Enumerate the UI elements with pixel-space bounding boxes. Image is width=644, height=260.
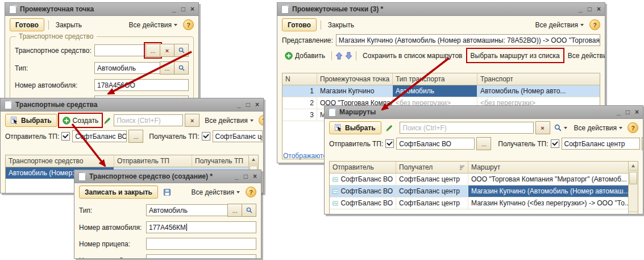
- maximize-button[interactable]: □: [588, 6, 592, 13]
- receiver-filter-checkbox[interactable]: [202, 132, 210, 141]
- cell-receiver[interactable]: СофтБаланс центр: [396, 185, 468, 197]
- help-button[interactable]: ?: [183, 19, 194, 30]
- titlebar[interactable]: Транспортные средства _ □ ×: [1, 98, 263, 112]
- maximize-button[interactable]: □: [626, 109, 630, 115]
- cell-receiver[interactable]: СофтБаланс центр: [396, 197, 468, 209]
- representation-field[interactable]: Магазин Купчино (Автомобиль (Номер автом…: [336, 34, 600, 46]
- scroll-down-button[interactable]: [629, 212, 638, 214]
- add-button[interactable]: Добавить: [282, 49, 328, 61]
- minimize-button[interactable]: _: [237, 101, 241, 108]
- scroll-up-button[interactable]: [629, 162, 638, 171]
- cell-transport[interactable]: Автомобиль (Номер авто...: [477, 85, 600, 97]
- type-open-button[interactable]: [242, 204, 256, 217]
- trailer-number-field[interactable]: [146, 238, 256, 250]
- scroll-up-button[interactable]: [249, 155, 258, 164]
- sender-filter-checkbox[interactable]: [385, 139, 394, 148]
- select-route-from-list-button[interactable]: Выбрать маршрут из списка: [468, 49, 563, 61]
- cell-sender[interactable]: СофтБаланс ВО: [330, 174, 396, 185]
- header-cell[interactable]: N: [282, 73, 317, 85]
- minimize-button[interactable]: _: [235, 173, 239, 180]
- close-form-button[interactable]: Закрыть: [53, 19, 85, 31]
- header-cell[interactable]: Получател: [396, 162, 468, 173]
- table-row[interactable]: СофтБаланс ВО СофтБаланс центр Магазин К…: [330, 185, 628, 197]
- close-button[interactable]: ×: [255, 101, 259, 108]
- titlebar[interactable]: Транспортное средство (создание) * _ □ ×: [74, 170, 261, 183]
- container-number-field[interactable]: [146, 254, 256, 258]
- titlebar[interactable]: Маршруты _ □ ×: [325, 106, 643, 119]
- minimize-button[interactable]: _: [579, 6, 583, 13]
- help-button[interactable]: ?: [628, 122, 638, 133]
- cell-n[interactable]: 2: [282, 97, 317, 109]
- save-button[interactable]: [161, 186, 173, 198]
- header-cell[interactable]: Получатель ТП: [192, 155, 248, 167]
- vertical-scrollbar[interactable]: [628, 162, 638, 214]
- cell-point[interactable]: Магазин Купчино: [317, 85, 393, 97]
- receiver-filter-field[interactable]: СофтБаланс центр: [562, 138, 640, 150]
- vehicle-field[interactable]: [94, 44, 146, 56]
- maximize-button[interactable]: □: [244, 173, 248, 180]
- move-down-button[interactable]: [345, 49, 352, 61]
- header-cell[interactable]: Отправитель ТП: [114, 155, 192, 167]
- sender-filter-select-button[interactable]: ...: [128, 130, 143, 143]
- header-cell[interactable]: Транспорт: [477, 73, 600, 85]
- cell-route[interactable]: ООО "Торговая Компания "Мираторг" (Автом…: [468, 174, 628, 185]
- table-row[interactable]: 1 Магазин Купчино Автомобиль Автомобиль …: [282, 85, 600, 97]
- search-input[interactable]: [400, 122, 533, 134]
- type-field[interactable]: Автомобиль: [94, 62, 160, 74]
- type-select-button[interactable]: ...: [160, 61, 174, 75]
- header-cell[interactable]: Маршрут: [468, 162, 628, 173]
- vehicle-clear-button[interactable]: ×: [160, 44, 174, 57]
- cell-route[interactable]: Магазин Купчино (Автомобиль (Номер автом…: [468, 185, 628, 197]
- edit-button[interactable]: [384, 122, 396, 134]
- edit-button[interactable]: [103, 114, 111, 126]
- displayed-rows-link[interactable]: Отображаютс: [283, 152, 326, 160]
- cell-sender[interactable]: СофтБаланс ВО: [330, 197, 396, 209]
- sender-filter-select-button[interactable]: ...: [476, 137, 491, 150]
- select-button[interactable]: Выбрать: [5, 114, 57, 127]
- cell-transport-type[interactable]: Автомобиль: [393, 85, 477, 97]
- save-close-button[interactable]: Записать и закрыть: [79, 185, 158, 199]
- help-button[interactable]: ?: [246, 187, 256, 197]
- move-up-button[interactable]: [335, 49, 343, 61]
- table-row[interactable]: СофтБаланс ВО СофтБаланс центр ООО "Торг…: [330, 174, 628, 185]
- help-button[interactable]: ?: [589, 19, 600, 30]
- vehicle-open-button[interactable]: [174, 44, 189, 57]
- search-options-button[interactable]: [552, 122, 569, 134]
- all-actions-button[interactable]: Все действия: [533, 19, 587, 31]
- maximize-button[interactable]: □: [246, 101, 250, 108]
- receiver-filter-checkbox[interactable]: [551, 139, 559, 148]
- close-form-button[interactable]: Закрыть: [325, 19, 357, 31]
- car-number-field[interactable]: 177А456КМ: [146, 221, 256, 233]
- search-clear-button[interactable]: ×: [185, 114, 200, 127]
- select-button[interactable]: Выбрать: [329, 121, 381, 134]
- header-cell[interactable]: Отправитель: [330, 162, 396, 173]
- search-input[interactable]: [114, 114, 183, 126]
- minimize-button[interactable]: _: [617, 109, 621, 115]
- sender-filter-field[interactable]: СофтБаланс ВО: [72, 130, 127, 142]
- header-cell[interactable]: Тип транспорта: [393, 73, 477, 85]
- cell-sender[interactable]: СофтБаланс ВО: [330, 185, 396, 197]
- scrollbar-thumb[interactable]: [629, 172, 637, 184]
- all-actions-button[interactable]: Все действия: [189, 186, 243, 198]
- sender-filter-field[interactable]: СофтБаланс ВО: [396, 138, 475, 150]
- done-button[interactable]: Готово: [282, 18, 317, 31]
- all-actions-button[interactable]: Все действия: [202, 114, 256, 126]
- close-button[interactable]: ×: [597, 6, 601, 13]
- header-cell[interactable]: Промежуточная точка: [317, 73, 393, 85]
- close-button[interactable]: ×: [190, 6, 194, 13]
- maximize-button[interactable]: □: [181, 6, 185, 13]
- titlebar[interactable]: Промежуточная точка _ □ ×: [5, 3, 198, 16]
- table-row[interactable]: СофтБаланс ВО СофтБаланс центр Магазин К…: [330, 197, 628, 209]
- all-actions-button[interactable]: Все действия: [126, 19, 180, 31]
- vehicle-select-button[interactable]: ...: [146, 44, 160, 57]
- cell-route[interactable]: Магазин Купчино (<без перегрузки>) -> ОО…: [468, 197, 628, 209]
- titlebar[interactable]: Промежуточные точки (3) * _ □ ×: [277, 3, 605, 16]
- type-open-button[interactable]: [174, 61, 189, 75]
- cell-n[interactable]: 3: [282, 109, 317, 121]
- help-button[interactable]: ?: [259, 115, 263, 126]
- search-clear-button[interactable]: ×: [535, 121, 550, 134]
- create-button[interactable]: Создать: [60, 114, 102, 126]
- close-button[interactable]: ×: [635, 109, 639, 115]
- done-button[interactable]: Готово: [10, 18, 44, 31]
- receiver-filter-field[interactable]: СофтБаланс цен: [213, 130, 263, 142]
